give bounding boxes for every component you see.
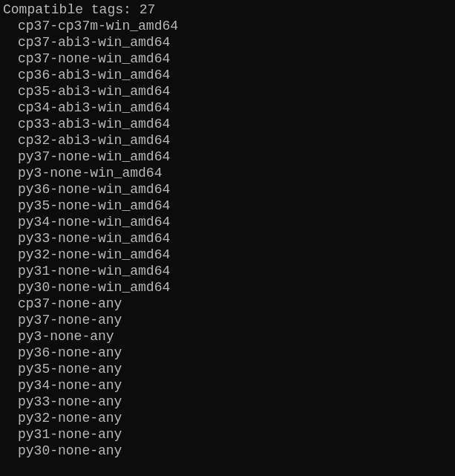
tag-entry: py35-none-any xyxy=(3,361,455,377)
tag-entry: py36-none-win_amd64 xyxy=(3,181,455,198)
tag-entry: cp33-abi3-win_amd64 xyxy=(3,116,455,132)
tag-entry: py30-none-win_amd64 xyxy=(3,279,455,296)
header-label: Compatible tags: xyxy=(3,2,131,17)
tag-entry: py31-none-any xyxy=(3,426,455,443)
tag-entry: cp36-abi3-win_amd64 xyxy=(3,67,455,83)
tag-entry: py3-none-win_amd64 xyxy=(3,165,455,181)
tag-entry: py33-none-win_amd64 xyxy=(3,230,455,247)
tag-entry: py30-none-any xyxy=(3,443,455,459)
tag-entry: py36-none-any xyxy=(3,345,455,361)
tag-entry: py33-none-any xyxy=(3,394,455,410)
tag-entry: py32-none-win_amd64 xyxy=(3,247,455,263)
tag-entry: cp37-none-any xyxy=(3,296,455,312)
tag-entry: cp37-abi3-win_amd64 xyxy=(3,34,455,50)
compatible-tags-header: Compatible tags: 27 xyxy=(3,1,455,18)
tag-entry: cp34-abi3-win_amd64 xyxy=(3,100,455,116)
tag-entry: cp37-cp37m-win_amd64 xyxy=(3,18,455,34)
tag-entry: cp32-abi3-win_amd64 xyxy=(3,132,455,149)
header-count: 27 xyxy=(140,2,156,17)
tag-entry: py34-none-any xyxy=(3,377,455,394)
tag-entry: cp35-abi3-win_amd64 xyxy=(3,83,455,100)
tag-entry: py35-none-win_amd64 xyxy=(3,198,455,214)
tag-entry: py3-none-any xyxy=(3,328,455,345)
tag-entry: py37-none-win_amd64 xyxy=(3,149,455,165)
tags-list: cp37-cp37m-win_amd64cp37-abi3-win_amd64c… xyxy=(3,18,455,459)
tag-entry: cp37-none-win_amd64 xyxy=(3,50,455,67)
tag-entry: py34-none-win_amd64 xyxy=(3,214,455,230)
tag-entry: py31-none-win_amd64 xyxy=(3,263,455,279)
tag-entry: py32-none-any xyxy=(3,410,455,426)
tag-entry: py37-none-any xyxy=(3,312,455,328)
